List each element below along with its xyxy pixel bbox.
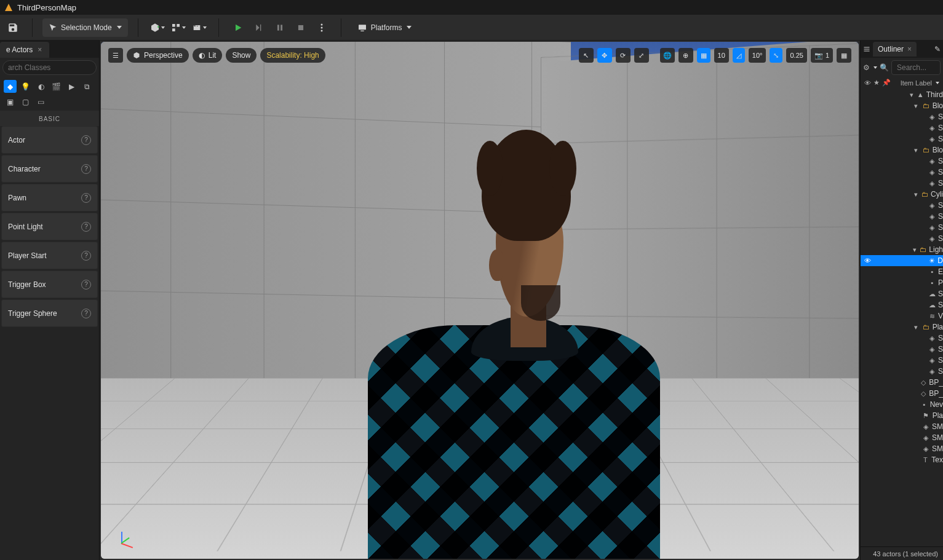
filter-icon[interactable]: ⚙ <box>863 63 870 72</box>
tab-place-actors[interactable]: e Actors × <box>0 42 49 58</box>
place-actor-item[interactable]: Trigger Box? <box>1 270 98 298</box>
outliner-search-input[interactable] <box>891 60 941 75</box>
outliner-item[interactable]: ◈S <box>861 167 943 178</box>
viewport-maximize-button[interactable]: ▦ <box>837 48 851 63</box>
outliner-item[interactable]: ◈SM <box>861 421 943 432</box>
edit-icon[interactable]: ✎ <box>934 45 941 53</box>
outliner-item[interactable]: ◈S <box>861 366 943 377</box>
outliner-folder[interactable]: ▾🗀Pla <box>861 321 943 333</box>
scale-snap-toggle[interactable]: ⤡ <box>770 48 782 63</box>
pause-button[interactable] <box>271 18 289 37</box>
outliner-item[interactable]: ◈S <box>861 122 943 133</box>
angle-snap-toggle[interactable]: ◿ <box>733 48 745 63</box>
outliner-item[interactable]: ▪Nev <box>861 399 943 410</box>
outliner-folder[interactable]: ▾🗀Blo <box>861 100 943 111</box>
category-volumes-icon[interactable]: ⧉ <box>81 80 94 93</box>
category-lights-icon[interactable]: 💡 <box>19 80 32 93</box>
add-content-button[interactable] <box>148 18 167 37</box>
outliner-item[interactable]: ☁S <box>861 288 943 299</box>
save-button[interactable] <box>4 18 22 37</box>
outliner-item[interactable]: ▪P <box>861 277 943 288</box>
expand-icon[interactable]: ▾ <box>912 191 919 199</box>
outliner-folder[interactable]: ▾🗀Cyli <box>861 189 943 200</box>
help-icon[interactable]: ? <box>81 135 91 145</box>
outliner-item[interactable]: ▾▲Third <box>861 89 943 100</box>
angle-snap-value[interactable]: 10° <box>749 48 766 63</box>
play-options-button[interactable] <box>312 18 331 37</box>
outliner-item[interactable]: ◈S <box>861 111 943 122</box>
category-shapes-icon[interactable]: ◐ <box>34 80 47 93</box>
category-cinematic-icon[interactable]: 🎬 <box>50 80 63 93</box>
outliner-item[interactable]: ◈S <box>861 200 943 211</box>
scale-tool-button[interactable]: ⤢ <box>634 48 649 63</box>
outliner-folder[interactable]: ▾🗀Ligh <box>861 244 943 255</box>
help-icon[interactable]: ? <box>81 251 91 261</box>
viewport-menu-button[interactable]: ☰ <box>108 48 123 63</box>
viewport[interactable]: ☰ Perspective ◐ Lit Show Scalability: Hi… <box>101 42 859 559</box>
viewport-scalability-button[interactable]: Scalability: High <box>260 48 325 63</box>
viewport-lit-dropdown[interactable]: ◐ Lit <box>193 48 223 63</box>
help-icon[interactable]: ? <box>81 193 91 203</box>
expand-icon[interactable]: ▾ <box>912 146 920 154</box>
category-media-icon[interactable]: ▭ <box>34 95 47 108</box>
place-actor-item[interactable]: Trigger Sphere? <box>1 299 98 327</box>
place-actor-item[interactable]: Point Light? <box>1 213 98 240</box>
play-button[interactable] <box>229 18 247 37</box>
grid-snap-toggle[interactable]: ▦ <box>697 48 710 63</box>
close-icon[interactable]: × <box>907 45 912 53</box>
cinematics-button[interactable] <box>190 18 209 37</box>
surface-snap-button[interactable]: ⊕ <box>678 48 693 63</box>
outliner-tree[interactable]: ▾▲Third▾🗀Blo◈S◈S◈S▾🗀Blo◈S◈S◈S▾🗀Cyli◈S◈S◈… <box>861 89 943 546</box>
category-visual-icon[interactable]: ▶ <box>65 80 78 93</box>
place-actors-search-input[interactable] <box>2 60 97 75</box>
visibility-icon[interactable]: 👁 <box>864 257 871 264</box>
grid-snap-value[interactable]: 10 <box>714 48 729 63</box>
platforms-dropdown[interactable]: Platforms <box>351 18 418 37</box>
expand-icon[interactable]: ▾ <box>912 102 920 110</box>
outliner-item[interactable]: ◈S <box>861 211 943 222</box>
category-geometry-icon[interactable]: ▢ <box>19 95 32 108</box>
outliner-item[interactable]: ◇BP_ <box>861 388 943 399</box>
blueprint-button[interactable] <box>169 18 188 37</box>
tab-outliner[interactable]: Outliner × <box>873 42 917 57</box>
stop-button[interactable] <box>292 18 310 37</box>
move-tool-button[interactable]: ✥ <box>597 48 612 63</box>
outliner-item[interactable]: TTex <box>861 454 943 465</box>
outliner-item[interactable]: ◈SM <box>861 443 943 454</box>
outliner-folder[interactable]: ▾🗀Blo <box>861 144 943 156</box>
outliner-item[interactable]: ◈S <box>861 233 943 244</box>
help-icon[interactable]: ? <box>81 164 91 174</box>
selection-mode-dropdown[interactable]: Selection Mode <box>42 18 128 37</box>
category-basic-icon[interactable]: ◆ <box>4 80 17 93</box>
outliner-item[interactable]: ◈S <box>861 344 943 355</box>
outliner-column-header[interactable]: 👁 ★ 📌 Item Label <box>861 77 943 89</box>
category-all-icon[interactable]: ▣ <box>4 95 17 108</box>
expand-icon[interactable]: ▾ <box>912 323 920 331</box>
place-actor-item[interactable]: Actor? <box>1 126 98 154</box>
help-icon[interactable]: ? <box>81 222 91 232</box>
help-icon[interactable]: ? <box>81 280 91 290</box>
outliner-item[interactable]: ◈S <box>861 333 943 344</box>
coord-space-button[interactable]: 🌐 <box>660 48 675 63</box>
place-actor-item[interactable]: Player Start? <box>1 242 98 269</box>
help-icon[interactable]: ? <box>81 309 91 318</box>
outliner-item[interactable]: ≋V <box>861 310 943 321</box>
camera-speed-button[interactable]: 📷 1 <box>811 48 833 63</box>
outliner-item[interactable]: ⚑Pla <box>861 410 943 421</box>
viewport-show-dropdown[interactable]: Show <box>226 48 257 63</box>
outliner-item[interactable]: ◈S <box>861 222 943 233</box>
outliner-item[interactable]: ◈S <box>861 133 943 144</box>
outliner-item[interactable]: ☁S <box>861 299 943 310</box>
select-tool-button[interactable]: ↖ <box>579 48 594 63</box>
rotate-tool-button[interactable]: ⟳ <box>616 48 631 63</box>
outliner-item[interactable]: ◈SM <box>861 432 943 443</box>
place-actor-item[interactable]: Pawn? <box>1 184 98 211</box>
outliner-item[interactable]: ◈S <box>861 156 943 167</box>
outliner-item[interactable]: ◈S <box>861 355 943 366</box>
close-icon[interactable]: × <box>36 45 43 54</box>
skip-button[interactable] <box>250 18 268 37</box>
expand-icon[interactable]: ▾ <box>912 246 917 254</box>
outliner-item[interactable]: ◇BP_ <box>861 377 943 388</box>
place-actor-item[interactable]: Character? <box>1 155 98 183</box>
expand-icon[interactable]: ▾ <box>909 91 915 99</box>
